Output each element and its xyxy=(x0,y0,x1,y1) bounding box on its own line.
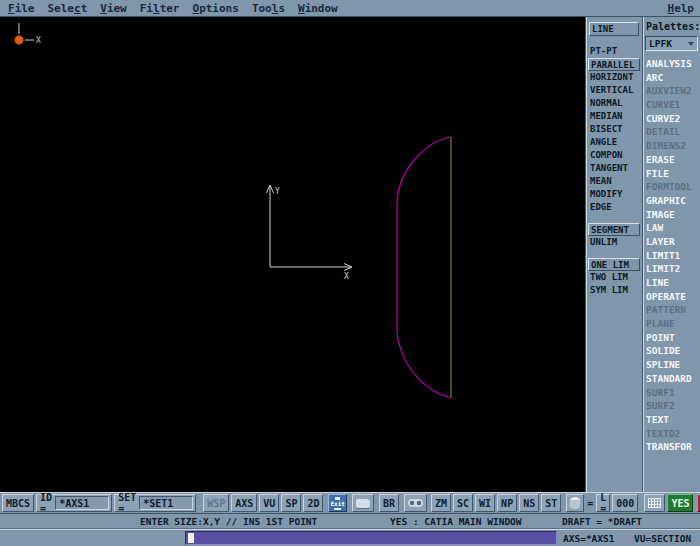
line-option[interactable]: COMPON xyxy=(588,149,640,162)
window-mode-button[interactable]: NP xyxy=(497,494,517,512)
menu-item[interactable]: File xyxy=(8,2,35,15)
palette-item[interactable]: TRANSFOR xyxy=(643,440,700,454)
line-option[interactable]: HORIZONT xyxy=(588,71,640,84)
grid-button[interactable] xyxy=(644,494,665,512)
menu-item-help[interactable]: Help xyxy=(668,2,695,15)
view-mode-button[interactable]: SP xyxy=(281,494,301,512)
set-combo: SET = *SET1 xyxy=(114,494,196,512)
palette-function-list: ANALYSISARCAUXVIEW2CURVE1CURVE2DETAILDIM… xyxy=(643,57,700,454)
palette-item[interactable]: ERASE xyxy=(643,153,700,167)
cylinder-icon xyxy=(570,497,580,509)
palette-item[interactable]: CURVE2 xyxy=(643,112,700,126)
limit-option[interactable]: TWO LIM xyxy=(588,271,640,284)
grid-icon xyxy=(648,498,661,508)
line-type-options: PT-PTPARALLELHORIZONTVERTICALNORMALMEDIA… xyxy=(586,45,642,214)
line-option[interactable]: NORMAL xyxy=(588,97,640,110)
palette-dropdown[interactable]: LPFK xyxy=(645,36,698,51)
palette-item[interactable]: SURF2 xyxy=(643,399,700,413)
drawing-canvas[interactable]: X Y X xyxy=(0,17,585,492)
line-panel-title: LINE xyxy=(589,22,639,36)
view-mode-button[interactable]: AXS xyxy=(231,494,257,512)
window-mode-button[interactable]: ZM xyxy=(431,494,451,512)
menu-item[interactable]: Window xyxy=(298,2,338,15)
palette-item[interactable]: ANALYSIS xyxy=(643,57,700,71)
prompt-message: ENTER SIZE:X,Y // INS 1ST POINT xyxy=(140,514,317,529)
palette-item[interactable]: IMAGE xyxy=(643,208,700,222)
id-label: ID = xyxy=(37,492,55,514)
palette-item[interactable]: TEXTD2 xyxy=(643,427,700,441)
menu-item[interactable]: Select xyxy=(48,2,88,15)
menu-item[interactable]: Filter xyxy=(140,2,180,15)
palette-item[interactable]: FORMTOOL xyxy=(643,180,700,194)
line-option[interactable]: ANGLE xyxy=(588,136,640,149)
set-value-field[interactable]: *SET1 xyxy=(139,496,193,510)
trim-options: SEGMENTUNLIM xyxy=(586,223,642,249)
id-value-field[interactable]: *AXS1 xyxy=(55,496,109,510)
window-mode-button[interactable]: NS xyxy=(519,494,539,512)
layer-button[interactable]: L = xyxy=(596,494,610,512)
line-option[interactable]: TANGENT xyxy=(588,162,640,175)
printer-icon xyxy=(356,499,370,508)
palette-item[interactable]: DIMENS2 xyxy=(643,139,700,153)
menu-item[interactable]: Tools xyxy=(252,2,285,15)
line-option[interactable]: BISECT xyxy=(588,123,640,136)
mbcs-button[interactable]: MBCS xyxy=(2,494,34,512)
line-option[interactable]: PARALLEL xyxy=(588,58,640,71)
palette-item[interactable]: PLANE xyxy=(643,317,700,331)
palette-item[interactable]: LAW xyxy=(643,221,700,235)
palette-item[interactable]: LINE xyxy=(643,276,700,290)
window-mode-button[interactable]: SC xyxy=(453,494,473,512)
answer-buttons: YES NO INT xyxy=(667,494,700,512)
palette-item[interactable]: POINT xyxy=(643,331,700,345)
layer-number-button[interactable]: 000 xyxy=(612,494,638,512)
print-button[interactable] xyxy=(352,494,374,512)
current-view-label: VU=SECTION xyxy=(634,530,691,546)
line-option[interactable]: MODIFY xyxy=(588,188,640,201)
limit-option[interactable]: ONE LIM xyxy=(588,258,640,271)
palette-item[interactable]: SOLIDE xyxy=(643,344,700,358)
palette-item[interactable]: SURF1 xyxy=(643,386,700,400)
palette-item[interactable]: AUXVIEW2 xyxy=(643,84,700,98)
palette-item[interactable]: FILE xyxy=(643,167,700,181)
view-mode-button[interactable]: VU xyxy=(259,494,279,512)
palette-item[interactable]: LIMIT2 xyxy=(643,262,700,276)
exit-button[interactable]: Exit xyxy=(328,494,346,512)
id-axis-combo: ID = *AXS1 xyxy=(36,494,112,512)
section-profile[interactable] xyxy=(397,137,451,398)
stereo-view-button[interactable] xyxy=(404,494,427,512)
window-mode-button[interactable]: WI xyxy=(475,494,495,512)
menu-item[interactable]: View xyxy=(100,2,127,15)
palette-item[interactable]: DETAIL xyxy=(643,125,700,139)
palette-item[interactable]: PATTERN xyxy=(643,303,700,317)
line-option[interactable]: PT-PT xyxy=(588,45,640,58)
catia-main-window: FileSelectViewFilterOptionsToolsWindow H… xyxy=(0,0,700,546)
palette-item[interactable]: OPERATE xyxy=(643,290,700,304)
palette-item[interactable]: CURVE1 xyxy=(643,98,700,112)
wsp-button: WSP xyxy=(203,494,229,512)
layer-filter-button[interactable] xyxy=(566,494,584,512)
palette-item[interactable]: LAYER xyxy=(643,235,700,249)
view-mode-button[interactable]: 2D xyxy=(303,494,323,512)
palette-item[interactable]: LIMIT1 xyxy=(643,249,700,263)
menu-items-right: Help xyxy=(668,2,700,15)
palette-item[interactable]: STANDARD xyxy=(643,372,700,386)
line-option[interactable]: VERTICAL xyxy=(588,84,640,97)
axis-system: Y X xyxy=(267,185,353,281)
trim-option[interactable]: SEGMENT xyxy=(588,223,640,236)
trim-option[interactable]: UNLIM xyxy=(588,236,640,249)
palette-item[interactable]: GRAPHIC xyxy=(643,194,700,208)
palette-item[interactable]: ARC xyxy=(643,71,700,85)
yes-button[interactable]: YES xyxy=(667,494,693,512)
command-input[interactable] xyxy=(185,531,557,545)
line-option[interactable]: MEAN xyxy=(588,175,640,188)
palette-item[interactable]: SPLINE xyxy=(643,358,700,372)
menu-item[interactable]: Options xyxy=(193,2,239,15)
equals-label: = xyxy=(586,498,594,509)
window-mode-button[interactable]: ST xyxy=(541,494,561,512)
line-option[interactable]: MEDIAN xyxy=(588,110,640,123)
limit-option[interactable]: SYM LIM xyxy=(588,284,640,297)
palette-item[interactable]: TEXT xyxy=(643,413,700,427)
text-cursor xyxy=(188,533,194,543)
br-button[interactable]: BR xyxy=(379,494,399,512)
line-option[interactable]: EDGE xyxy=(588,201,640,214)
